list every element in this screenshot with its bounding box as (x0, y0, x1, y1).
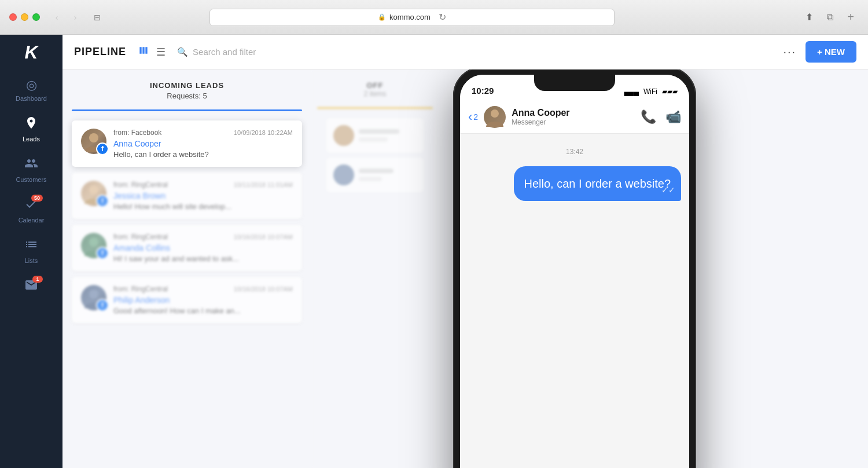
phone-notch (534, 75, 615, 91)
mail-icon: 1 (24, 278, 38, 295)
chat-header: ‹ 2 Anna Cooper (460, 100, 689, 134)
contact-platform: Messenger (512, 118, 635, 126)
sidebar-label-lists: Lists (25, 257, 38, 264)
right-area: OFF 2 items (311, 70, 868, 468)
new-tab-button[interactable]: + (843, 9, 859, 25)
browser-actions: ⬆ ⧉ + (801, 9, 859, 25)
back-button[interactable]: ‹ (49, 10, 64, 25)
search-placeholder: Search and filter (193, 47, 256, 57)
lead-message: Hello! How much will site develop... (113, 202, 293, 211)
column-subtitle: Requests: 5 (72, 92, 302, 100)
sidebar-item-mail[interactable]: 1 (0, 270, 62, 304)
lead-time: 10/16/2018 10:07AM (234, 233, 293, 240)
lead-name: Philip Anderson (113, 295, 293, 305)
video-call-icon[interactable]: 📹 (665, 109, 681, 125)
logo-icon: K (24, 42, 38, 63)
minimize-button[interactable] (21, 13, 28, 21)
lead-content: from: RingCentral 10/16/2018 10:07AM Ama… (113, 233, 293, 263)
new-button[interactable]: + NEW (806, 41, 856, 63)
column-title: INCOMING LEADS (72, 81, 302, 90)
sidebar-nav: ◎ Dashboard Leads Customers (0, 70, 62, 468)
sidebar-item-lists[interactable]: Lists (0, 229, 62, 270)
svg-point-1 (89, 185, 98, 195)
lead-content: from: RingCentral 10/16/2018 10:07AM Phi… (113, 285, 293, 315)
browser-chrome: ‹ › ⊟ 🔒 kommo.com ↻ ⬆ ⧉ + (0, 0, 868, 35)
search-bar[interactable]: 🔍 Search and filter (177, 47, 774, 57)
back-count: 2 (473, 112, 478, 122)
phone-time: 10:29 (472, 86, 494, 96)
lead-message: Good afternoon! How can I make an... (113, 306, 293, 315)
mail-badge: 1 (32, 276, 43, 283)
back-button[interactable]: ‹ 2 (468, 109, 478, 125)
column-header: INCOMING LEADS Requests: 5 (72, 81, 302, 100)
lead-card[interactable]: f from: RingCentral 10/11/2018 11:01AM J… (72, 173, 302, 219)
chat-actions: 📞 📹 (641, 109, 681, 125)
lead-card[interactable]: f from: RingCentral 10/16/2018 10:07AM P… (72, 277, 302, 323)
customers-icon (24, 156, 38, 174)
app-container: K ◎ Dashboard Leads (0, 35, 868, 468)
view-icons: ☰ (135, 42, 168, 61)
calendar-icon: 50 (24, 197, 38, 214)
sidebar-label-leads: Leads (23, 136, 40, 142)
facebook-badge: f (96, 299, 109, 312)
sidebar-toggle-button[interactable]: ⊟ (90, 10, 105, 25)
facebook-badge: f (96, 195, 109, 207)
sidebar-item-dashboard[interactable]: ◎ Dashboard (0, 70, 62, 108)
sidebar-label-dashboard: Dashboard (16, 95, 47, 102)
refresh-button[interactable]: ↻ (439, 12, 446, 23)
maximize-button[interactable] (32, 13, 40, 21)
phone-frame: 10:29 ▄▄▄ WiFi ▰▰▰ ‹ (453, 70, 696, 468)
address-bar[interactable]: 🔒 kommo.com ↻ (209, 9, 615, 26)
sidebar-item-calendar[interactable]: 50 Calendar (0, 189, 62, 229)
sidebar: K ◎ Dashboard Leads (0, 35, 62, 468)
search-icon: 🔍 (177, 47, 188, 57)
back-chevron-icon: ‹ (468, 109, 472, 125)
traffic-lights (9, 13, 40, 21)
calendar-badge: 50 (31, 195, 43, 202)
forward-button[interactable]: › (68, 10, 83, 25)
sidebar-item-customers[interactable]: Customers (0, 148, 62, 189)
column-view-button[interactable] (135, 42, 152, 61)
list-view-button[interactable]: ☰ (154, 42, 168, 61)
lead-meta: from: Facebook 10/09/2018 10:22AM (113, 129, 293, 137)
lead-time: 10/16/2018 10:07AM (234, 286, 293, 292)
avatar-wrap: f (81, 181, 106, 206)
column-divider (72, 109, 302, 111)
leads-column: INCOMING LEADS Requests: 5 (62, 70, 311, 468)
message-check-icon: ✓✓ (661, 185, 675, 196)
browser-nav: ‹ › (49, 10, 83, 25)
share-button[interactable]: ⬆ (801, 9, 817, 25)
lead-message: Hello, can I order a website? (113, 150, 293, 159)
facebook-badge: f (96, 142, 109, 155)
more-options-button[interactable]: ··· (783, 45, 796, 58)
lead-content: from: Facebook 10/09/2018 10:22AM Anna C… (113, 129, 293, 159)
avatar-wrap: f (81, 285, 106, 310)
lists-icon (24, 237, 38, 255)
lock-icon: 🔒 (378, 13, 386, 21)
chat-body: 13:42 Hello, can I order a website? ✓✓ (460, 134, 689, 468)
svg-point-4 (491, 109, 499, 118)
contact-name: Anna Cooper (512, 108, 635, 118)
sidebar-item-leads[interactable]: Leads (0, 108, 62, 148)
sidebar-label-customers: Customers (16, 176, 46, 183)
facebook-badge: f (96, 247, 109, 259)
svg-point-0 (89, 133, 98, 142)
lead-name: Amanda Collins (113, 243, 293, 253)
lead-card[interactable]: f from: RingCentral 10/16/2018 10:07AM A… (72, 225, 302, 271)
chat-message: Hello, can I order a website? (524, 177, 671, 190)
phone-call-icon[interactable]: 📞 (641, 109, 656, 125)
lead-meta: from: RingCentral 10/16/2018 10:07AM (113, 233, 293, 241)
lead-time: 10/09/2018 10:22AM (234, 129, 293, 136)
chat-bubble: Hello, can I order a website? ✓✓ (514, 166, 681, 201)
pipeline-area: INCOMING LEADS Requests: 5 (62, 70, 868, 468)
lead-card[interactable]: f from: Facebook 10/09/2018 10:22AM Anna… (72, 120, 302, 167)
sidebar-label-calendar: Calendar (19, 217, 45, 224)
lead-meta: from: RingCentral 10/11/2018 11:01AM (113, 181, 293, 189)
sidebar-logo[interactable]: K (0, 35, 62, 70)
toolbar: PIPELINE ☰ 🔍 Search and filter ··· + NEW (62, 35, 868, 70)
close-button[interactable] (9, 13, 17, 21)
duplicate-button[interactable]: ⧉ (822, 9, 838, 25)
dashboard-icon: ◎ (26, 78, 37, 93)
svg-point-2 (89, 237, 98, 247)
phone-screen: 10:29 ▄▄▄ WiFi ▰▰▰ ‹ (460, 75, 689, 468)
